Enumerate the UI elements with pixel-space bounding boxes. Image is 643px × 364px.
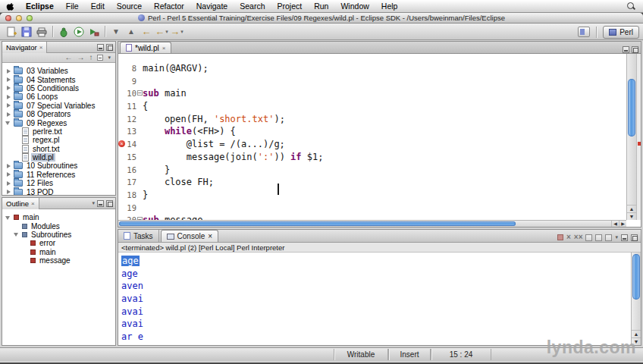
code-text[interactable]: open(FH, 'short.txt'); (143, 113, 285, 126)
disclosure-triangle-icon[interactable] (5, 163, 11, 169)
minimize-view-icon[interactable] (621, 234, 628, 241)
code-text[interactable]: } (143, 189, 148, 202)
navigator-tab[interactable]: Navigator × (2, 42, 47, 53)
disclosure-triangle-icon[interactable] (5, 77, 11, 83)
perl-perspective-button[interactable]: Perl (603, 26, 639, 39)
tree-folder-08-operators[interactable]: 08 Operators (2, 110, 115, 118)
code-text[interactable]: } (143, 164, 170, 177)
tree-folder-03-variables[interactable]: 03 Variables (2, 67, 115, 75)
disclosure-triangle-icon[interactable] (5, 171, 11, 177)
minimize-window-button[interactable] (16, 15, 22, 21)
menu-run[interactable]: Run (308, 0, 334, 13)
disclosure-triangle-icon[interactable] (5, 68, 11, 74)
close-icon[interactable]: × (162, 45, 166, 52)
menu-source[interactable]: Source (111, 0, 148, 13)
tree-folder-05-conditionals[interactable]: 05 Conditionals (2, 84, 115, 93)
remove-launch-icon[interactable]: × (566, 233, 571, 242)
disclosure-triangle-icon[interactable] (5, 189, 11, 195)
console-tab[interactable]: Console × (161, 230, 219, 242)
minimize-view-icon[interactable] (623, 46, 629, 53)
tasks-tab[interactable]: Tasks (118, 230, 159, 242)
code-text[interactable]: main(@ARGV); (143, 62, 209, 75)
console-output[interactable]: ageageavenavaiavaiavaiar e (118, 253, 630, 345)
open-perspective-button[interactable] (578, 27, 590, 37)
overview-error-marker[interactable] (638, 142, 641, 146)
spotlight-icon[interactable] (626, 2, 635, 11)
tree-item-regex-pl[interactable]: regex.pl (2, 136, 115, 144)
tree-item-main[interactable]: main (2, 248, 115, 256)
code-text[interactable]: sub message (143, 214, 202, 220)
disclosure-triangle-icon[interactable] (5, 180, 11, 187)
code-text[interactable]: sub main (143, 87, 187, 100)
disclosure-triangle-icon[interactable] (5, 215, 11, 221)
pin-console-icon[interactable] (605, 234, 612, 241)
back-button[interactable]: ←▾ (154, 24, 169, 39)
overview-ruler[interactable] (636, 54, 641, 220)
tree-folder-11-references[interactable]: 11 References (2, 171, 115, 179)
tree-item-message[interactable]: message (2, 256, 115, 265)
disclosure-triangle-icon[interactable] (5, 94, 11, 100)
save-button[interactable] (19, 24, 34, 39)
view-menu-icon[interactable]: ▾ (615, 233, 618, 242)
scrollbar-thumb[interactable] (628, 79, 635, 136)
previous-annotation-button[interactable]: ▲ (124, 24, 139, 39)
tree-folder-09-regexes[interactable]: 09 Regexes (2, 118, 115, 127)
tree-folder-13-pod[interactable]: 13 POD (2, 187, 115, 195)
editor-horizontal-scrollbar[interactable]: ◀ ▶ (118, 220, 626, 227)
code-text[interactable]: message(join(':')) if $1; (143, 151, 323, 164)
apple-menu[interactable] (0, 2, 20, 11)
disclosure-triangle-icon[interactable] (5, 85, 11, 91)
scroll-up-icon[interactable]: ▲ (627, 205, 636, 212)
nav-back-icon[interactable]: ← (64, 53, 72, 62)
code-text[interactable]: @list = /(a...)/g; (143, 138, 285, 151)
close-icon[interactable]: × (31, 200, 35, 207)
fold-collapse-icon[interactable]: − (137, 90, 143, 96)
menu-eclipse[interactable]: Eclipse (20, 0, 60, 13)
menu-file[interactable]: File (60, 0, 85, 13)
scroll-left-icon[interactable]: ◀ (611, 221, 619, 227)
tree-item-wild-pl[interactable]: wild.pl (2, 153, 115, 162)
forward-button[interactable]: →▾ (169, 24, 184, 39)
menu-window[interactable]: Window (334, 0, 375, 13)
scroll-down-icon[interactable]: ▼ (627, 212, 636, 220)
outline-tab[interactable]: Outline × (2, 198, 39, 209)
window-titlebar[interactable]: Perl - Perl 5 Essential Training/Exercis… (0, 13, 643, 24)
scroll-lock-icon[interactable] (595, 234, 602, 241)
menu-help[interactable]: Help (375, 0, 404, 13)
new-wizard-button[interactable] (4, 24, 19, 39)
tree-folder-04-statements[interactable]: 04 Statements (2, 75, 115, 83)
maximize-view-icon[interactable] (106, 200, 113, 207)
scrollbar-thumb[interactable] (119, 221, 516, 226)
menu-project[interactable]: Project (271, 0, 309, 13)
menu-edit[interactable]: Edit (85, 0, 111, 13)
disclosure-triangle-icon[interactable] (5, 102, 11, 108)
close-window-button[interactable] (5, 15, 11, 21)
tree-item-short-txt[interactable]: short.txt (2, 145, 115, 153)
close-icon[interactable]: × (39, 44, 43, 51)
view-menu-icon[interactable]: ▾ (92, 199, 95, 208)
tree-item-perlre-txt[interactable]: perlre.txt (2, 127, 115, 136)
menu-search[interactable]: Search (234, 0, 271, 13)
code-text[interactable]: { (143, 100, 148, 113)
tree-folder-subroutines[interactable]: Subroutines (2, 231, 115, 239)
close-icon[interactable]: × (208, 232, 212, 240)
last-edit-location-button[interactable]: ← (139, 24, 154, 39)
minimize-view-icon[interactable] (97, 44, 104, 51)
zoom-window-button[interactable] (27, 15, 33, 21)
nav-forward-icon[interactable]: → (77, 53, 84, 62)
clear-console-icon[interactable] (585, 234, 592, 241)
tree-folder-main[interactable]: main (2, 213, 115, 221)
collapse-all-icon[interactable] (97, 55, 103, 61)
remove-all-launches-icon[interactable]: ×× (574, 233, 583, 242)
scrollbar-thumb[interactable] (632, 254, 640, 300)
menu-refactor[interactable]: Refactor (148, 0, 190, 13)
maximize-view-icon[interactable] (106, 44, 113, 51)
terminate-icon[interactable] (557, 234, 563, 240)
code-lines[interactable]: 8main(@ARGV);910−sub main11{12 open(FH, … (118, 54, 626, 220)
next-annotation-button[interactable]: ▼ (108, 24, 124, 39)
maximize-view-icon[interactable] (632, 46, 638, 53)
nav-up-icon[interactable]: ↑ (89, 53, 93, 62)
editor-body[interactable]: 8main(@ARGV);910−sub main11{12 open(FH, … (118, 54, 641, 227)
scroll-up-icon[interactable]: ▲ (632, 330, 641, 337)
maximize-view-icon[interactable] (631, 234, 638, 241)
